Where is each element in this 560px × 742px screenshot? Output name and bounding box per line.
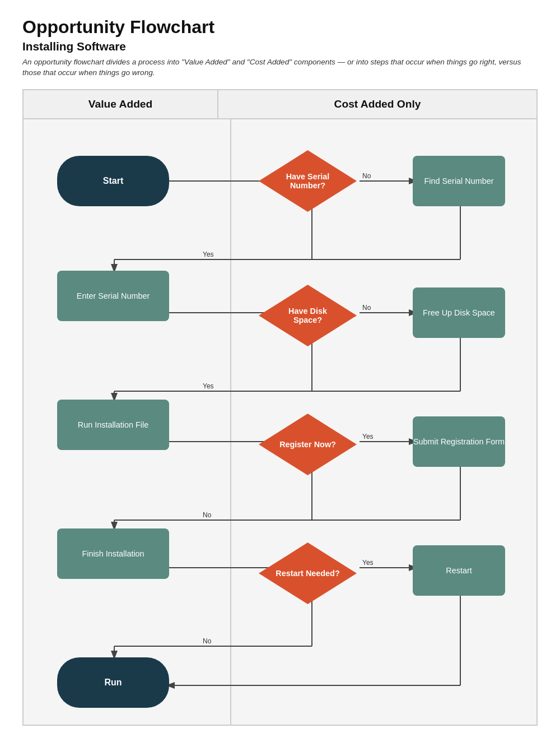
node-start: Start <box>57 156 169 206</box>
svg-text:No: No <box>203 511 212 519</box>
node-free-disk: Free Up Disk Space <box>413 287 505 338</box>
node-have-serial: Have Serial Number? <box>259 150 357 212</box>
node-register-now-diamond: Register Now? <box>259 414 357 475</box>
svg-text:Yes: Yes <box>203 251 214 258</box>
node-submit-reg: Submit Registration Form <box>413 416 505 467</box>
flowchart-container: Value Added Cost Added Only No Yes <box>22 89 538 726</box>
node-restart: Restart <box>413 545 505 596</box>
svg-text:Yes: Yes <box>362 559 374 567</box>
node-find-serial: Find Serial Number <box>413 156 505 206</box>
node-run: Run <box>57 657 169 708</box>
node-run-install: Run Installation File <box>57 400 169 450</box>
svg-text:No: No <box>362 172 371 180</box>
node-have-disk-diamond: Have Disk Space? <box>259 285 357 346</box>
node-finish-install: Finish Installation <box>57 528 169 579</box>
svg-text:No: No <box>362 304 371 312</box>
node-have-disk: Have Disk Space? <box>259 285 357 346</box>
node-have-serial-diamond: Have Serial Number? <box>259 150 357 212</box>
column-headers: Value Added Cost Added Only <box>24 90 536 119</box>
diagram-area: No Yes No Yes <box>24 119 536 725</box>
svg-text:Yes: Yes <box>203 382 214 390</box>
subtitle-heading: Installing Software <box>22 40 538 53</box>
node-register-now: Register Now? <box>259 414 357 475</box>
col-header-value-added: Value Added <box>24 90 218 118</box>
node-restart-needed: Restart Needed? <box>259 542 357 604</box>
svg-text:No: No <box>203 637 212 645</box>
subtitle-description: An opportunity flowchart divides a proce… <box>22 57 526 78</box>
col-header-cost-added: Cost Added Only <box>218 90 536 118</box>
node-enter-serial: Enter Serial Number <box>57 271 169 321</box>
node-restart-needed-diamond: Restart Needed? <box>259 542 357 604</box>
svg-text:Yes: Yes <box>362 433 374 440</box>
page-title: Opportunity Flowchart <box>22 17 538 38</box>
